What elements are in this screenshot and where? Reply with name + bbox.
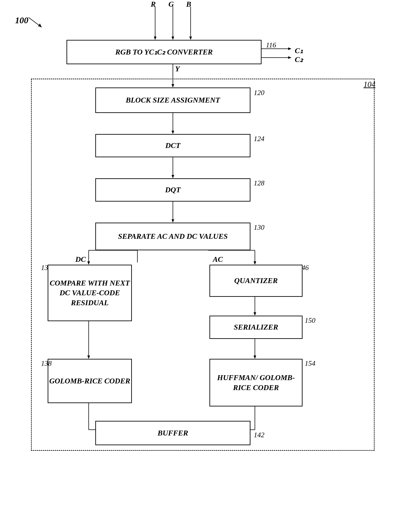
ref-150: 150 <box>305 316 315 325</box>
quantizer-box: QUANTIZER <box>210 265 302 297</box>
diagram: 100 R G B RGB TO YC₁C₂ CONVERTER 116 C₁ … <box>0 0 420 509</box>
dct-box: DCT <box>95 134 250 157</box>
label-100-arrow <box>28 17 46 30</box>
ref-104: 104 <box>363 80 375 89</box>
serializer-box: SERIALIZER <box>210 316 302 339</box>
svg-marker-1 <box>154 37 157 40</box>
output-C2-label: C₂ <box>295 55 303 64</box>
compare-dc-box: COMPARE WITH NEXT DC VALUE-CODE RESIDUAL <box>48 265 132 321</box>
golomb-coder-box: GOLOMB-RICE CODER <box>48 359 132 403</box>
huffman-coder-box: HUFFMAN/ GOLOMB-RICE CODER <box>210 359 302 406</box>
DC-label: DC <box>75 255 86 264</box>
ref-154: 154 <box>305 359 315 368</box>
label-100: 100 <box>15 15 28 25</box>
ref-130: 130 <box>254 223 264 231</box>
ref-138: 138 <box>41 359 52 368</box>
svg-marker-3 <box>172 37 174 40</box>
ref-128: 128 <box>254 179 264 187</box>
input-B-label: B <box>186 0 191 8</box>
buffer-box: BUFFER <box>95 421 250 445</box>
block-size-box: BLOCK SIZE ASSIGNMENT <box>95 88 250 113</box>
svg-marker-9 <box>288 56 292 59</box>
dqt-box: DQT <box>95 178 250 202</box>
AC-label: AC <box>213 255 223 264</box>
input-R-label: R <box>151 0 156 8</box>
ref-116: 116 <box>266 41 276 49</box>
rgb-converter-box: RGB TO YC₁C₂ CONVERTER <box>67 40 262 64</box>
svg-marker-7 <box>288 47 292 50</box>
ref-124: 124 <box>254 135 264 143</box>
input-G-label: G <box>168 0 174 8</box>
svg-marker-5 <box>189 37 192 40</box>
output-C1-label: C₁ <box>295 46 303 55</box>
ref-142: 142 <box>254 431 264 439</box>
svg-marker-40 <box>38 23 42 27</box>
ref-120: 120 <box>254 89 264 97</box>
Y-label: Y <box>175 65 180 73</box>
separate-ac-dc-box: SEPARATE AC AND DC VALUES <box>95 223 250 250</box>
